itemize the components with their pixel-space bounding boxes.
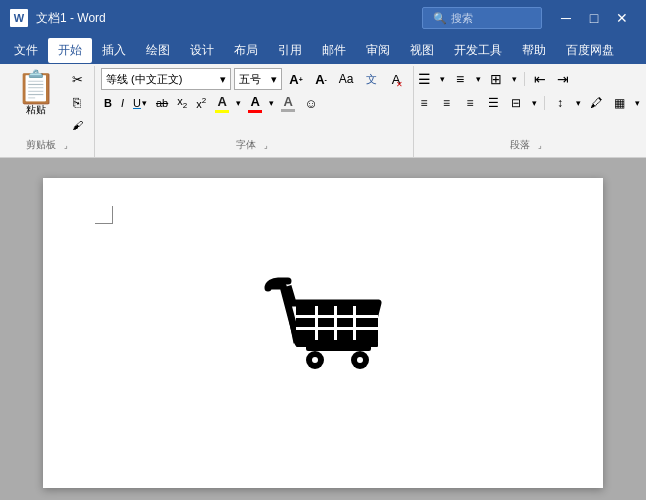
bullet-list-button[interactable]: ☰ <box>413 68 435 90</box>
page-corner-mark <box>95 206 113 224</box>
strikethrough-button[interactable]: ab <box>153 92 171 114</box>
numbered-dropdown-button[interactable]: ▾ <box>472 68 484 90</box>
menu-item-home[interactable]: 开始 <box>48 38 92 63</box>
svg-point-21 <box>312 357 318 363</box>
svg-rect-4 <box>337 306 354 316</box>
svg-rect-12 <box>337 330 354 340</box>
columns-button[interactable]: ⊟ <box>505 92 527 114</box>
svg-rect-24 <box>306 345 371 351</box>
format-painter-button[interactable]: 🖌 <box>66 114 88 136</box>
font-grow-button[interactable]: A+ <box>285 68 307 90</box>
menu-item-review[interactable]: 审阅 <box>356 38 400 63</box>
emoji-button[interactable]: ☺ <box>301 92 320 114</box>
document-page[interactable] <box>43 178 603 488</box>
svg-rect-7 <box>318 318 335 328</box>
paragraph-section: ☰ ▾ ≡ ▾ ⊞ ▾ ⇤ ⇥ ≡ ≡ ≡ ☰ ⊟ ▾ <box>414 66 642 157</box>
font-expand-icon[interactable]: ⌟ <box>260 139 272 151</box>
svg-rect-2 <box>299 306 316 316</box>
font-row2: B I U ▾ ab x2 x2 <box>101 92 407 114</box>
align-left-button[interactable]: ≡ <box>413 92 435 114</box>
font-color-web-button[interactable]: 文 <box>360 68 382 90</box>
line-spacing-button[interactable]: ↕ <box>549 92 571 114</box>
underline-dropdown-arrow[interactable]: ▾ <box>142 98 147 108</box>
paragraph-content: ☰ ▾ ≡ ▾ ⊞ ▾ ⇤ ⇥ ≡ ≡ ≡ ☰ ⊟ ▾ <box>413 68 643 136</box>
font-row1: 等线 (中文正文) ▾ 五号 ▾ A+ A- Aa 文 A ✕ <box>101 68 407 90</box>
clipboard-expand-icon[interactable]: ⌟ <box>60 139 72 151</box>
para-divider1 <box>524 72 525 86</box>
bold-button[interactable]: B <box>101 92 115 114</box>
font-size-select[interactable]: 五号 ▾ <box>234 68 282 90</box>
align-right-button[interactable]: ≡ <box>459 92 481 114</box>
svg-rect-11 <box>318 330 335 340</box>
menu-item-draw[interactable]: 绘图 <box>136 38 180 63</box>
menu-item-mailings[interactable]: 邮件 <box>312 38 356 63</box>
clear-format-button[interactable]: A ✕ <box>385 68 407 90</box>
font-highlight-dropdown[interactable]: ▾ <box>235 92 242 114</box>
menu-item-design[interactable]: 设计 <box>180 38 224 63</box>
subscript-button[interactable]: x2 <box>174 92 190 114</box>
clipboard-label: 剪贴板 ⌟ <box>26 136 72 155</box>
numbered-list-button[interactable]: ≡ <box>449 68 471 90</box>
clipboard-small-buttons: ✂ ⎘ 🖌 <box>66 68 88 136</box>
justify-dropdown-button[interactable]: ▾ <box>528 92 540 114</box>
paragraph-label: 段落 ⌟ <box>510 136 546 155</box>
justify-button[interactable]: ☰ <box>482 92 504 114</box>
menu-item-baidu[interactable]: 百度网盘 <box>556 38 624 63</box>
copy-button[interactable]: ⎘ <box>66 91 88 113</box>
font-highlight-button[interactable]: A <box>212 92 232 114</box>
bullet-dropdown-button[interactable]: ▾ <box>436 68 448 90</box>
cart-container <box>103 248 543 408</box>
menu-item-insert[interactable]: 插入 <box>92 38 136 63</box>
svg-rect-8 <box>337 318 354 328</box>
font-content: 等线 (中文正文) ▾ 五号 ▾ A+ A- Aa 文 A ✕ <box>101 68 407 136</box>
font-label: 字体 ⌟ <box>236 136 272 155</box>
multilevel-dropdown-button[interactable]: ▾ <box>508 68 520 90</box>
menu-item-view[interactable]: 视图 <box>400 38 444 63</box>
text-color-button[interactable]: A <box>245 92 265 114</box>
text-color-indicator <box>248 110 262 113</box>
clear-indicator <box>281 109 295 112</box>
close-button[interactable]: ✕ <box>608 4 636 32</box>
menu-item-references[interactable]: 引用 <box>268 38 312 63</box>
clipboard-section: 📋 粘贴 ✂ ⎘ 🖌 剪贴板 ⌟ <box>4 66 95 157</box>
paragraph-group: ☰ ▾ ≡ ▾ ⊞ ▾ ⇤ ⇥ ≡ ≡ ≡ ☰ ⊟ ▾ <box>413 68 643 114</box>
align-center-button[interactable]: ≡ <box>436 92 458 114</box>
superscript-button[interactable]: x2 <box>193 92 209 114</box>
increase-indent-button[interactable]: ⇥ <box>552 68 574 90</box>
clear-all-button[interactable]: A <box>278 92 298 114</box>
underline-button[interactable]: U ▾ <box>130 92 150 114</box>
paragraph-expand-icon[interactable]: ⌟ <box>534 139 546 151</box>
shading-button[interactable]: 🖍 <box>585 92 607 114</box>
italic-button[interactable]: I <box>118 92 127 114</box>
font-size-dropdown-icon: ▾ <box>271 73 277 86</box>
menu-item-file[interactable]: 文件 <box>4 38 48 63</box>
search-icon: 🔍 <box>433 12 447 25</box>
text-color-dropdown[interactable]: ▾ <box>268 92 275 114</box>
maximize-button[interactable]: □ <box>580 4 608 32</box>
svg-rect-10 <box>299 330 316 340</box>
paste-button[interactable]: 📋 粘贴 <box>10 68 62 120</box>
svg-rect-9 <box>356 318 375 328</box>
borders-dropdown-button[interactable]: ▾ <box>631 92 643 114</box>
font-highlight-indicator <box>215 110 229 113</box>
font-shrink-button[interactable]: A- <box>310 68 332 90</box>
para-divider2 <box>544 96 545 110</box>
menu-item-help[interactable]: 帮助 <box>512 38 556 63</box>
font-family-select[interactable]: 等线 (中文正文) ▾ <box>101 68 231 90</box>
line-spacing-dropdown-button[interactable]: ▾ <box>572 92 584 114</box>
menu-item-developer[interactable]: 开发工具 <box>444 38 512 63</box>
svg-rect-3 <box>318 306 335 316</box>
borders-button[interactable]: ▦ <box>608 92 630 114</box>
change-case-button[interactable]: Aa <box>335 68 357 90</box>
para-row1: ☰ ▾ ≡ ▾ ⊞ ▾ ⇤ ⇥ <box>413 68 643 90</box>
minimize-button[interactable]: ─ <box>552 4 580 32</box>
multilevel-list-button[interactable]: ⊞ <box>485 68 507 90</box>
decrease-indent-button[interactable]: ⇤ <box>529 68 551 90</box>
font-section: 等线 (中文正文) ▾ 五号 ▾ A+ A- Aa 文 A ✕ <box>95 66 414 157</box>
cut-button[interactable]: ✂ <box>66 68 88 90</box>
shopping-cart-svg <box>258 268 388 388</box>
title-bar: W 文档1 - Word 🔍 搜索 ─ □ ✕ <box>0 0 646 36</box>
title-bar-search[interactable]: 🔍 搜索 <box>422 7 542 29</box>
paste-label: 粘贴 <box>26 103 46 117</box>
menu-item-layout[interactable]: 布局 <box>224 38 268 63</box>
